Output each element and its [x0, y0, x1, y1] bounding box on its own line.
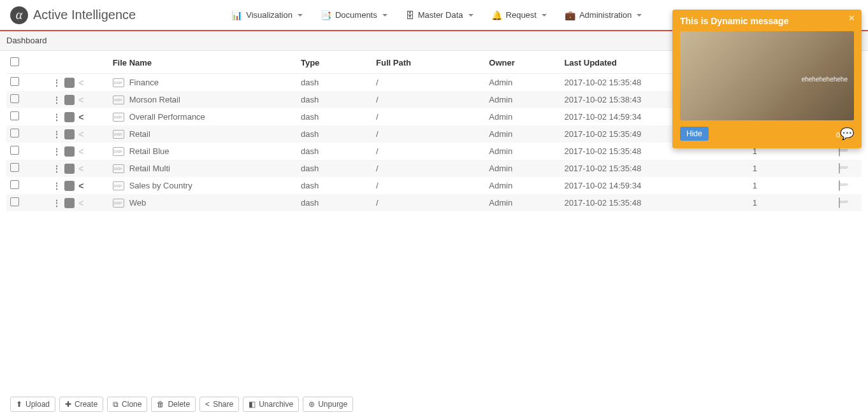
nav-icon: 💼 — [565, 10, 575, 20]
col-owner[interactable]: Owner — [485, 52, 560, 74]
nav-icon: 📑 — [321, 10, 331, 20]
close-icon[interactable]: ✕ — [848, 13, 855, 23]
file-owner: Admin — [485, 143, 560, 160]
file-type: dash — [297, 143, 372, 160]
file-owner: Admin — [485, 74, 560, 92]
download-icon[interactable] — [839, 163, 840, 174]
nav-request[interactable]: 🔔Request — [491, 10, 547, 20]
notification-image — [680, 31, 854, 120]
share-icon[interactable]: < — [78, 129, 83, 139]
more-icon[interactable]: ⋮ — [52, 95, 61, 105]
row-checkbox[interactable] — [10, 163, 19, 172]
file-path: / — [372, 143, 485, 160]
dashboard-file-icon — [113, 199, 124, 208]
file-type: dash — [297, 91, 372, 108]
file-owner: Admin — [485, 125, 560, 143]
dashboard-file-icon — [113, 164, 124, 173]
preview-icon[interactable]: Q — [64, 78, 75, 88]
share-icon[interactable]: < — [78, 164, 83, 174]
file-path: / — [372, 91, 485, 108]
chevron-down-icon — [298, 14, 303, 17]
table-row[interactable]: ⋮Q<Sales by Countrydash/Admin2017-10-02 … — [6, 177, 862, 194]
col-path[interactable]: Full Path — [372, 52, 485, 74]
col-filename[interactable]: File Name — [109, 52, 297, 74]
file-name: Retail Multi — [129, 164, 170, 173]
brand-text: Active Intelligence — [33, 8, 136, 22]
more-icon[interactable]: ⋮ — [52, 78, 61, 88]
file-name: Morson Retail — [129, 95, 180, 104]
file-type: dash — [297, 125, 372, 143]
logo-icon: α — [10, 6, 28, 24]
nav-master-data[interactable]: 🗄Master Data — [405, 10, 474, 20]
preview-icon[interactable]: Q — [64, 129, 75, 139]
more-icon[interactable]: ⋮ — [52, 198, 61, 208]
chevron-down-icon — [542, 14, 547, 17]
file-version: 1 — [749, 177, 816, 194]
file-name: Web — [129, 198, 147, 208]
share-icon[interactable]: < — [78, 146, 83, 157]
chat-icon[interactable]: 0💬 — [836, 127, 854, 141]
share-icon[interactable]: < — [78, 181, 83, 191]
file-name: Retail Blue — [129, 146, 170, 156]
download-icon[interactable] — [839, 180, 840, 191]
file-path: / — [372, 194, 485, 211]
col-type[interactable]: Type — [297, 52, 372, 74]
file-name: Overall Performance — [129, 112, 205, 122]
select-all-checkbox[interactable] — [10, 57, 19, 66]
share-icon[interactable]: < — [78, 112, 83, 122]
nav-documents[interactable]: 📑Documents — [321, 10, 387, 20]
preview-icon[interactable]: Q — [64, 198, 75, 208]
file-owner: Admin — [485, 108, 560, 125]
dashboard-file-icon — [113, 78, 124, 87]
dashboard-file-icon — [113, 95, 124, 104]
brand-area[interactable]: α Active Intelligence — [10, 6, 136, 24]
preview-icon[interactable]: Q — [64, 95, 75, 105]
more-icon[interactable]: ⋮ — [52, 112, 61, 122]
file-updated: 2017-10-02 15:35:48 — [560, 160, 748, 177]
file-path: / — [372, 177, 485, 194]
file-type: dash — [297, 177, 372, 194]
more-icon[interactable]: ⋮ — [52, 129, 61, 139]
row-checkbox[interactable] — [10, 111, 19, 120]
row-checkbox[interactable] — [10, 129, 19, 138]
chevron-down-icon — [637, 14, 642, 17]
page-title: Dashboard — [6, 36, 47, 45]
row-checkbox[interactable] — [10, 197, 19, 206]
preview-icon[interactable]: Q — [64, 181, 75, 191]
file-version: 1 — [749, 160, 816, 177]
file-owner: Admin — [485, 160, 560, 177]
file-type: dash — [297, 160, 372, 177]
nav-administration[interactable]: 💼Administration — [565, 10, 642, 20]
chevron-down-icon — [382, 14, 387, 17]
preview-icon[interactable]: Q — [64, 112, 75, 122]
share-icon[interactable]: < — [78, 198, 83, 208]
notification-title: This is Dynamic message — [680, 16, 854, 26]
file-path: / — [372, 108, 485, 125]
row-checkbox[interactable] — [10, 146, 19, 155]
preview-icon[interactable]: Q — [64, 146, 75, 157]
row-checkbox[interactable] — [10, 77, 19, 86]
hide-button[interactable]: Hide — [680, 127, 709, 141]
file-type: dash — [297, 74, 372, 92]
more-icon[interactable]: ⋮ — [52, 146, 61, 157]
more-icon[interactable]: ⋮ — [52, 164, 61, 174]
file-owner: Admin — [485, 194, 560, 211]
table-row[interactable]: ⋮Q<Retail Multidash/Admin2017-10-02 15:3… — [6, 160, 862, 177]
row-checkbox[interactable] — [10, 94, 19, 103]
share-icon[interactable]: < — [78, 95, 83, 105]
notification-toast: ✕ This is Dynamic message Hide 0💬 — [672, 10, 862, 148]
dashboard-file-icon — [113, 130, 124, 139]
file-owner: Admin — [485, 91, 560, 108]
more-icon[interactable]: ⋮ — [52, 181, 61, 191]
main-nav: 📊Visualization📑Documents🗄Master Data🔔Req… — [231, 10, 642, 20]
preview-icon[interactable]: Q — [64, 164, 75, 174]
download-icon[interactable] — [839, 197, 840, 208]
share-icon[interactable]: < — [78, 78, 83, 88]
file-updated: 2017-10-02 15:35:48 — [560, 194, 748, 211]
file-path: / — [372, 160, 485, 177]
dashboard-file-icon — [113, 147, 124, 156]
table-row[interactable]: ⋮Q<Webdash/Admin2017-10-02 15:35:481 — [6, 194, 862, 211]
nav-visualization[interactable]: 📊Visualization — [231, 10, 303, 20]
row-checkbox[interactable] — [10, 180, 19, 189]
chevron-down-icon — [468, 14, 474, 17]
